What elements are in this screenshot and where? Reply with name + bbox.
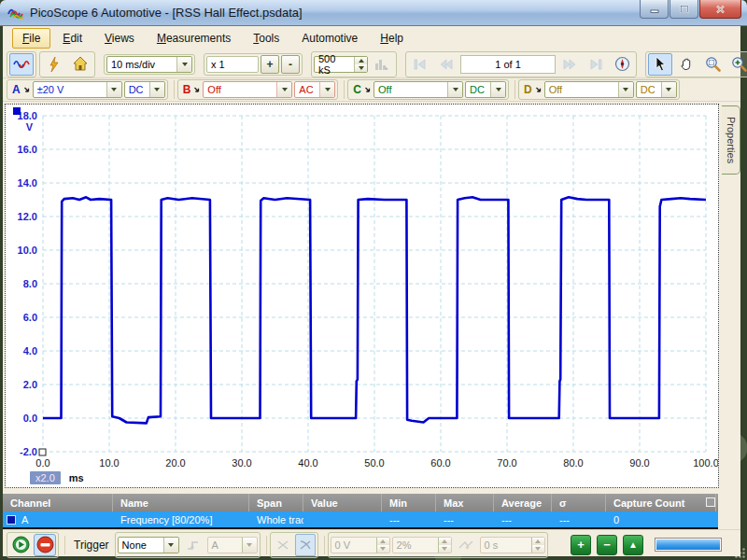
column-header-capture-count[interactable]: Capture Count <box>606 494 716 511</box>
column-header--[interactable]: σ <box>552 494 606 511</box>
measurement-cell: --- <box>552 511 606 527</box>
menu-file[interactable]: File <box>12 28 50 49</box>
hysteresis-value: 2% <box>393 539 432 551</box>
spin-up-icon[interactable] <box>355 57 367 64</box>
trigger-mode-select[interactable]: None <box>118 537 179 553</box>
hand-tool-button[interactable] <box>674 53 698 76</box>
measurement-cell: Frequency [80/20%] <box>113 511 249 527</box>
zoom-window-button[interactable] <box>700 53 725 76</box>
column-header-average[interactable]: Average <box>494 494 552 511</box>
column-header-span[interactable]: Span <box>249 494 303 511</box>
properties-tab[interactable]: Properties <box>722 105 740 175</box>
edit-measurement-button[interactable]: ▲ <box>623 535 643 555</box>
column-header-min[interactable]: Min <box>382 494 436 511</box>
column-header-channel[interactable]: Channel <box>3 494 113 511</box>
marker-falling-button <box>273 534 293 556</box>
trigger-level-value: 0 V <box>331 539 371 551</box>
last-page-icon <box>588 58 603 71</box>
first-page-icon <box>413 58 428 71</box>
home-icon <box>73 57 88 71</box>
waveform-mode-button[interactable] <box>9 53 34 76</box>
channel-A-coupling-select[interactable]: DC <box>124 81 165 98</box>
cursor-tool-icon <box>655 57 666 72</box>
channel-C-coupling-select[interactable]: DC <box>465 81 506 98</box>
measurement-cell: --- <box>436 511 494 527</box>
stop-capture-button[interactable] <box>34 534 56 556</box>
channel-A-range-select[interactable]: ±20 V <box>33 81 122 98</box>
channel-A-options-icon[interactable] <box>23 86 31 94</box>
home-button[interactable] <box>68 53 92 76</box>
channel-B-label[interactable]: B <box>183 83 191 96</box>
column-header-name[interactable]: Name <box>113 494 249 511</box>
channel-D-range-value: Off <box>549 84 562 95</box>
marker-auto-icon <box>299 539 312 551</box>
last-page-button[interactable] <box>584 53 608 76</box>
column-header-value[interactable]: Value <box>303 494 382 511</box>
menu-help[interactable]: Help <box>370 28 414 49</box>
x-tick-label: 0.0 <box>35 457 49 469</box>
menu-automotive[interactable]: Automotive <box>291 28 368 49</box>
channel-B-coupling-select[interactable]: AC <box>294 81 335 98</box>
start-capture-button[interactable] <box>9 534 32 556</box>
buffer-navigator-button[interactable] <box>610 53 634 76</box>
channel-A-label[interactable]: A <box>12 83 21 96</box>
prev-page-button[interactable] <box>434 53 458 76</box>
channel-A-range-value: ±20 V <box>37 84 64 95</box>
restore-button[interactable] <box>669 0 698 19</box>
edge-rising-button <box>181 534 205 556</box>
close-button[interactable] <box>699 0 741 19</box>
channel-D-options-icon[interactable] <box>535 86 543 94</box>
spin-down-icon[interactable] <box>355 64 367 72</box>
menu-edit[interactable]: Edit <box>52 28 92 49</box>
capture-progress-bar <box>655 538 722 552</box>
page-indicator: 1 of 1 <box>460 55 556 74</box>
timebase-select[interactable]: 10 ms/div <box>106 56 192 73</box>
next-page-button[interactable] <box>557 53 582 76</box>
scope-graph[interactable]: 18.016.014.012.010.08.06.04.02.00.0-2.0V… <box>5 104 719 488</box>
channel-C-label[interactable]: C <box>353 83 361 96</box>
zoom-plus-button[interactable]: + <box>261 55 279 74</box>
x-zoom-badge[interactable]: x2.0 <box>30 471 61 484</box>
y-tick-label: 8.0 <box>23 278 37 289</box>
y-tick-label: 2.0 <box>23 379 37 390</box>
zoom-window-icon <box>705 56 721 72</box>
column-header-max[interactable]: Max <box>436 494 494 511</box>
chevron-down-icon <box>276 82 291 97</box>
lightning-icon <box>49 57 60 72</box>
channel-D-range-select[interactable]: Off <box>544 81 634 98</box>
title-bar: PicoScope 6 Automotive - [RSS Hall Effec… <box>0 0 747 26</box>
x-tick-label: 10.0 <box>99 457 119 469</box>
x-axis-unit: ms <box>69 472 84 483</box>
first-page-button[interactable] <box>408 53 432 76</box>
compass-icon <box>614 56 630 72</box>
menu-tools[interactable]: Tools <box>243 28 289 49</box>
prev-page-icon <box>439 58 454 71</box>
menu-views[interactable]: Views <box>94 28 145 49</box>
cursor-tool-button[interactable] <box>648 53 672 76</box>
x-tick-label: 20.0 <box>165 457 185 469</box>
zoom-in-button[interactable] <box>726 53 747 76</box>
add-measurement-button[interactable]: + <box>571 535 591 555</box>
minimize-button[interactable] <box>640 0 669 19</box>
chevron-down-icon <box>319 82 334 97</box>
y-tick-label: 6.0 <box>23 312 37 323</box>
menu-measurements[interactable]: Measurements <box>147 28 241 49</box>
channel-B-range-select[interactable]: Off <box>203 81 292 98</box>
histogram-button <box>370 53 394 76</box>
autosetup-button[interactable] <box>42 53 66 76</box>
scope-view: 18.016.014.012.010.08.06.04.02.00.0-2.0V… <box>3 102 740 494</box>
channel-C-options-icon[interactable] <box>364 86 372 94</box>
samples-spinner[interactable]: 500 kS <box>314 56 368 73</box>
zoom-minus-button[interactable]: - <box>281 55 300 74</box>
channel-D-coupling-select[interactable]: DC <box>636 81 677 98</box>
zoom-factor-box[interactable]: x 1 <box>206 56 259 73</box>
trigger-source-select: A <box>207 537 258 553</box>
channel-A-coupling-value: DC <box>129 84 144 95</box>
measurement-row[interactable]: AFrequency [80/20%]Whole trace----------… <box>3 511 718 527</box>
chevron-down-icon <box>163 538 178 553</box>
column-chooser-icon[interactable] <box>706 497 715 507</box>
channel-D-label[interactable]: D <box>524 83 532 96</box>
channel-C-range-select[interactable]: Off <box>374 81 463 98</box>
channel-B-options-icon[interactable] <box>193 86 201 94</box>
remove-measurement-button[interactable]: − <box>597 535 617 555</box>
